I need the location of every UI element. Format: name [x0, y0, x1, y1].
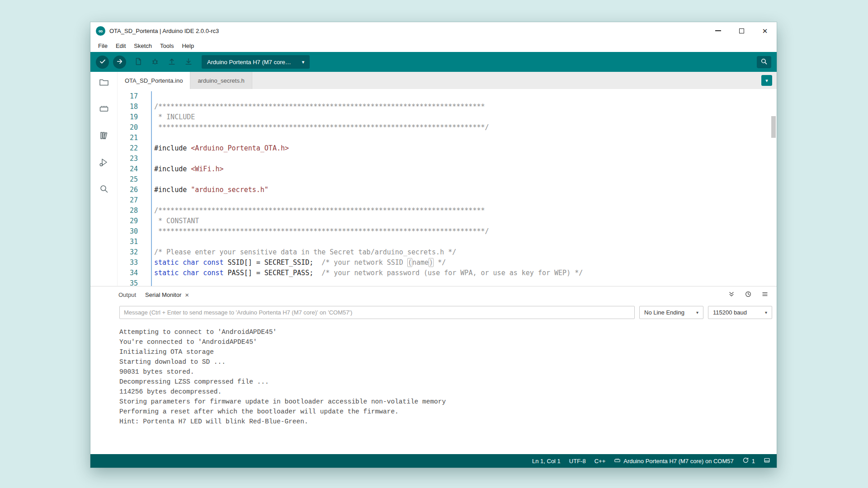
close-icon: ✕ [762, 28, 768, 34]
maximize-icon [739, 28, 744, 33]
tab-output[interactable]: Output [114, 286, 141, 303]
sidebar-item-sketchbook[interactable] [98, 77, 110, 89]
code-line-19[interactable]: 19 * INCLUDE [118, 112, 777, 122]
chevron-down-icon: ▾ [696, 310, 698, 315]
code-line-17[interactable]: 17 [118, 91, 777, 102]
serial-monitor-button[interactable] [757, 56, 771, 68]
status-bar: Ln 1, Col 1 UTF-8 C++ Arduino Portenta H… [90, 454, 777, 468]
code-line-32[interactable]: 32/* Please enter your sensitive data in… [118, 247, 777, 258]
bug-icon [151, 57, 160, 67]
line-number: 24 [118, 164, 151, 174]
menu-edit[interactable]: Edit [112, 39, 130, 52]
code-line-26[interactable]: 26#include "arduino_secrets.h" [118, 185, 777, 195]
line-number: 25 [118, 174, 151, 185]
serial-output-line: Performing a reset after which the bootl… [119, 407, 770, 417]
code-line-23[interactable]: 23 [118, 154, 777, 164]
baud-rate-dropdown[interactable]: 115200 baud ▾ [708, 306, 772, 319]
serial-message-input[interactable] [119, 306, 635, 319]
code-line-34[interactable]: 34static char const PASS[] = SECRET_PASS… [118, 268, 777, 278]
panel-layout-icon [764, 457, 770, 465]
code-line-content: static char const SSID[] = SECRET_SSID; … [151, 258, 777, 268]
editor-tab-bar: OTA_SD_Portenta.ino arduino_secrets.h ▾ [118, 72, 777, 89]
line-number: 33 [118, 258, 151, 268]
tab-serial-monitor[interactable]: Serial Monitor × [141, 286, 193, 303]
language-mode[interactable]: C++ [594, 458, 606, 465]
chevron-down-icon: ▾ [765, 78, 768, 84]
arduino-app-icon: ∞ [96, 26, 105, 36]
collapse-panel-button[interactable] [727, 290, 736, 299]
maximize-button[interactable] [730, 22, 753, 39]
serial-output-line: Initializing OTA storage [119, 347, 770, 357]
line-number: 22 [118, 143, 151, 154]
code-line-25[interactable]: 25 [118, 174, 777, 185]
minimize-button[interactable] [706, 22, 730, 39]
line-number: 34 [118, 268, 151, 278]
sidebar-item-search[interactable] [98, 184, 110, 196]
encoding-indicator[interactable]: UTF-8 [569, 458, 586, 465]
board-connector-icon [614, 457, 621, 465]
upload-button[interactable] [113, 56, 126, 69]
line-number: 20 [118, 122, 151, 133]
arrow-down-tray-icon [184, 57, 193, 67]
code-line-24[interactable]: 24#include <WiFi.h> [118, 164, 777, 174]
code-line-28[interactable]: 28/*************************************… [118, 206, 777, 216]
close-button[interactable]: ✕ [753, 22, 777, 39]
code-line-33[interactable]: 33static char const SSID[] = SECRET_SSID… [118, 258, 777, 268]
serial-output[interactable]: Attempting to connect to 'AndroidAPDE45'… [90, 322, 777, 454]
check-icon [99, 58, 106, 66]
serial-output-line: Starting download to SD ... [119, 357, 770, 367]
code-line-31[interactable]: 31 [118, 237, 777, 247]
menu-bar: FileEditSketchToolsHelp [90, 39, 777, 52]
sidebar-item-boards-manager[interactable] [98, 104, 110, 116]
serial-output-line: Hint: Portenta H7 LED will blink Red-Blu… [119, 417, 770, 427]
window-controls: ✕ [706, 22, 777, 39]
sidebar-item-debug[interactable] [98, 157, 110, 169]
notifications-indicator[interactable]: 1 [742, 457, 755, 465]
line-number: 35 [118, 278, 151, 286]
tab-label: arduino_secrets.h [198, 77, 244, 84]
sidebar-item-library-manager[interactable] [98, 131, 110, 142]
save-sketch-button[interactable] [182, 56, 195, 68]
notification-count: 1 [752, 458, 755, 465]
tab-arduino-secrets-h[interactable]: arduino_secrets.h [190, 72, 252, 89]
code-line-20[interactable]: 20 *************************************… [118, 122, 777, 133]
code-line-18[interactable]: 18/*************************************… [118, 102, 777, 112]
debug-button[interactable] [149, 56, 161, 68]
arduino-ide-window: ∞ OTA_SD_Portenta | Arduino IDE 2.0.0-rc… [90, 22, 777, 468]
line-ending-dropdown[interactable]: No Line Ending ▾ [639, 306, 703, 319]
serial-output-line: Attempting to connect to 'AndroidAPDE45' [119, 327, 770, 337]
code-line-content: * INCLUDE [151, 112, 777, 122]
menu-file[interactable]: File [94, 39, 112, 52]
code-line-22[interactable]: 22#include <Arduino_Portenta_OTA.h> [118, 143, 777, 154]
code-line-27[interactable]: 27 [118, 195, 777, 206]
editor-scrollbar-thumb[interactable] [771, 116, 776, 138]
refresh-icon [742, 457, 749, 465]
toggle-timestamp-button[interactable] [744, 290, 753, 299]
menu-sketch[interactable]: Sketch [130, 39, 156, 52]
code-line-30[interactable]: 30 *************************************… [118, 226, 777, 237]
menu-tools[interactable]: Tools [156, 39, 178, 52]
code-editor[interactable]: 1718/***********************************… [118, 89, 777, 286]
code-line-content: /***************************************… [151, 206, 777, 216]
document-icon [134, 57, 143, 67]
menu-help[interactable]: Help [178, 39, 198, 52]
board-selector-dropdown[interactable]: Arduino Portenta H7 (M7 core… ▾ [202, 55, 310, 69]
tab-ota-sd-portenta-ino[interactable]: OTA_SD_Portenta.ino [118, 72, 190, 89]
line-number: 31 [118, 237, 151, 247]
serial-output-line: Decompressing LZSS compressed file ... [119, 377, 770, 387]
board-connection-status[interactable]: Arduino Portenta H7 (M7 core) on COM57 [614, 457, 734, 465]
verify-button[interactable] [96, 56, 109, 69]
code-line-content [151, 195, 777, 206]
open-sketch-button[interactable] [165, 56, 178, 68]
close-serial-monitor-icon[interactable]: × [185, 291, 189, 298]
code-line-21[interactable]: 21 [118, 133, 777, 143]
debug-play-icon [99, 157, 109, 169]
code-line-35[interactable]: 35 [118, 278, 777, 286]
editor-options-dropdown-button[interactable]: ▾ [761, 75, 772, 86]
new-sketch-button[interactable] [132, 56, 145, 68]
panel-toggle-button[interactable] [764, 457, 770, 465]
code-line-content: /* Please enter your sensitive data in t… [151, 247, 777, 258]
cursor-position[interactable]: Ln 1, Col 1 [532, 458, 561, 465]
clear-output-button[interactable] [760, 290, 769, 299]
code-line-29[interactable]: 29 * CONSTANT [118, 216, 777, 226]
